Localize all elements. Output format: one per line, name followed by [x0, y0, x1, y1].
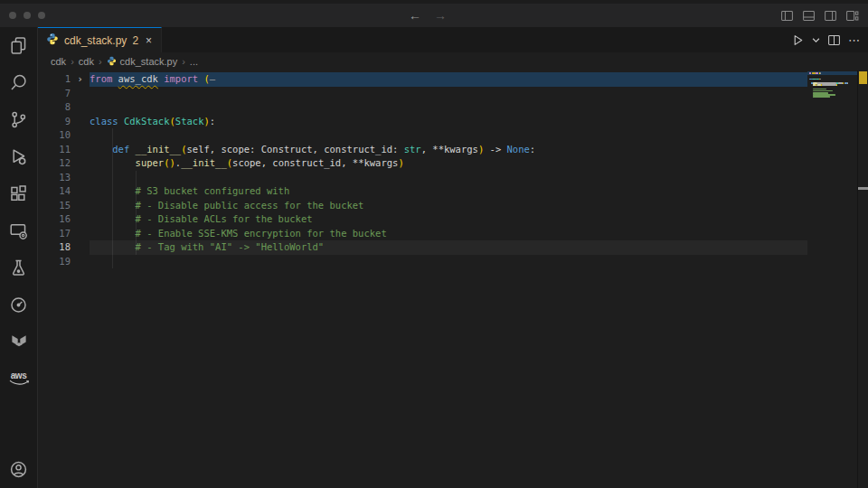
line-number: 19 [38, 255, 71, 269]
line-number: 9 [38, 115, 71, 129]
code-line[interactable]: 15 # - Disable public access for the buc… [38, 199, 868, 213]
line-number: 16 [38, 212, 71, 227]
tab-close-icon[interactable]: × [146, 34, 152, 47]
vscode-window: ← → [0, 0, 868, 488]
titlebar: ← → [0, 0, 868, 27]
tab-bar: cdk_stack.py 2 × [38, 27, 868, 52]
breadcrumb-separator: › [71, 56, 74, 67]
split-editor-icon[interactable] [827, 33, 841, 47]
tab-cdk-stack[interactable]: cdk_stack.py 2 × [38, 27, 162, 52]
fold-gutter [71, 128, 90, 143]
fold-gutter [71, 184, 90, 199]
toggle-panel-icon[interactable] [802, 9, 816, 23]
run-python-file-icon[interactable] [791, 33, 805, 47]
close-window-button[interactable] [9, 12, 16, 19]
line-number: 12 [38, 156, 71, 171]
breadcrumb-folder[interactable]: cdk [51, 56, 66, 67]
overview-ruler[interactable] [857, 70, 868, 488]
fold-gutter [71, 199, 90, 213]
breadcrumb-separator: › [99, 56, 102, 67]
code-line[interactable]: 12 super().__init__(scope, construct_id,… [38, 156, 868, 171]
line-number: 15 [38, 199, 71, 213]
ruler-cursor-marker [858, 187, 868, 190]
customize-layout-icon[interactable] [845, 9, 859, 23]
fold-gutter [71, 87, 90, 101]
history-navigation: ← → [409, 4, 447, 27]
code-line[interactable]: 17 # - Enable SSE-KMS encryption for the… [38, 227, 868, 241]
run-dropdown-chevron-icon[interactable] [812, 36, 820, 44]
window-controls [9, 12, 45, 19]
code-line[interactable]: 10 [38, 128, 868, 143]
aws-label: aws [11, 372, 26, 380]
fold-gutter [71, 156, 90, 171]
fold-gutter [71, 100, 90, 115]
explorer-icon[interactable] [0, 27, 38, 64]
breadcrumb-folder[interactable]: cdk [79, 56, 94, 67]
fold-chevron-icon[interactable]: › [71, 72, 90, 87]
code-editor[interactable]: 1›from aws_cdk import (—789class CdkStac… [38, 70, 868, 488]
breadcrumb-file[interactable]: cdk_stack.py [107, 56, 178, 68]
line-number: 17 [38, 227, 71, 241]
toggle-primary-sidebar-icon[interactable] [780, 9, 794, 23]
minimap[interactable] [807, 70, 857, 269]
fold-gutter [71, 143, 90, 157]
minimize-window-button[interactable] [24, 12, 31, 19]
ruler-warning-marker [859, 71, 867, 84]
fold-gutter [71, 212, 90, 227]
code-line[interactable]: 8 [38, 100, 868, 115]
tab-label: cdk_stack.py [64, 34, 127, 47]
line-number: 10 [38, 128, 71, 143]
line-number: 8 [38, 100, 71, 115]
code-line[interactable]: 14 # S3 bucket configured with [38, 184, 868, 199]
python-icon [107, 56, 117, 68]
source-control-icon[interactable] [0, 101, 38, 138]
circle-pointer-icon[interactable] [0, 286, 38, 324]
run-and-debug-icon[interactable] [0, 138, 38, 175]
code-line[interactable]: 16 # - Disable ACLs for the bucket [38, 212, 868, 227]
code-line[interactable]: 7 [38, 87, 868, 101]
breadcrumb-separator: › [182, 56, 185, 67]
breadcrumb-symbol[interactable]: ... [190, 56, 198, 67]
remote-explorer-icon[interactable] [0, 212, 38, 249]
code-line[interactable]: 1›from aws_cdk import (— [38, 72, 868, 87]
line-number: 18 [38, 240, 71, 255]
code-line[interactable]: 9class CdkStack(Stack): [38, 115, 868, 129]
code-line[interactable]: 18 # - Tag with "AI" -> "HelloWorld" [38, 240, 868, 255]
aws-icon[interactable]: aws [0, 361, 38, 398]
toggle-secondary-sidebar-icon[interactable] [824, 9, 837, 23]
fold-gutter [71, 227, 90, 241]
python-icon [46, 33, 59, 49]
more-actions-icon[interactable]: ⋯ [848, 33, 861, 47]
account-icon[interactable] [0, 451, 38, 488]
testing-flask-icon[interactable] [0, 249, 38, 286]
terraform-icon[interactable] [0, 324, 38, 361]
fold-gutter [71, 115, 90, 129]
search-icon[interactable] [0, 64, 38, 101]
breadcrumbs: cdk › cdk › cdk_stack.py › ... [38, 52, 868, 70]
line-number: 11 [38, 143, 71, 157]
line-number: 7 [38, 87, 71, 101]
line-number: 13 [38, 171, 71, 185]
code-line[interactable]: 13 [38, 171, 868, 185]
code-line[interactable]: 11 def __init__(self, scope: Construct, … [38, 143, 868, 157]
navigate-back-icon[interactable]: ← [409, 9, 421, 22]
fold-gutter [71, 171, 90, 185]
fold-gutter [71, 240, 90, 255]
extensions-icon[interactable] [0, 175, 38, 212]
tab-badge: 2 [132, 34, 138, 47]
navigate-forward-icon[interactable]: → [434, 9, 447, 22]
maximize-window-button[interactable] [38, 12, 45, 19]
activity-bar: aws [0, 27, 38, 488]
line-number: 1 [38, 72, 71, 87]
code-line[interactable]: 19 [38, 255, 868, 269]
line-number: 14 [38, 184, 71, 199]
fold-gutter [71, 255, 90, 269]
code-lines: 1›from aws_cdk import (—789class CdkStac… [38, 72, 868, 268]
